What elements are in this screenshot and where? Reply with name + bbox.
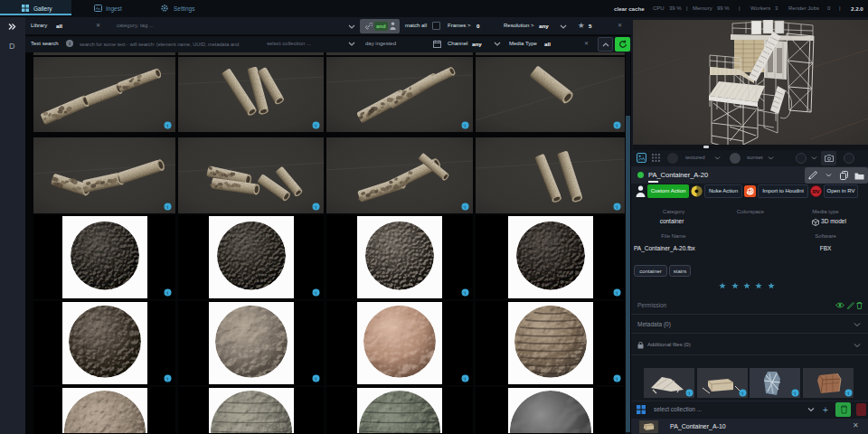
svg-text:i: i bbox=[617, 376, 618, 382]
svg-text:i: i bbox=[316, 204, 316, 210]
svg-text:i: i bbox=[167, 123, 168, 128]
svg-text:i: i bbox=[316, 123, 316, 128]
svg-text:i: i bbox=[617, 123, 618, 128]
svg-text:i: i bbox=[617, 290, 618, 296]
svg-text:i: i bbox=[465, 123, 466, 128]
svg-text:i: i bbox=[742, 391, 743, 396]
svg-text:i: i bbox=[316, 290, 316, 296]
svg-text:i: i bbox=[316, 376, 316, 382]
svg-text:i: i bbox=[465, 376, 466, 382]
svg-text:i: i bbox=[167, 290, 168, 296]
svg-text:RV: RV bbox=[812, 189, 819, 194]
svg-text:i: i bbox=[167, 204, 168, 210]
svg-text:i: i bbox=[848, 391, 849, 396]
svg-text:i: i bbox=[689, 391, 690, 396]
svg-text:i: i bbox=[465, 204, 466, 210]
svg-text:i: i bbox=[167, 376, 168, 382]
svg-text:i: i bbox=[617, 204, 618, 210]
svg-text:i: i bbox=[795, 391, 796, 396]
svg-text:i: i bbox=[465, 290, 466, 296]
